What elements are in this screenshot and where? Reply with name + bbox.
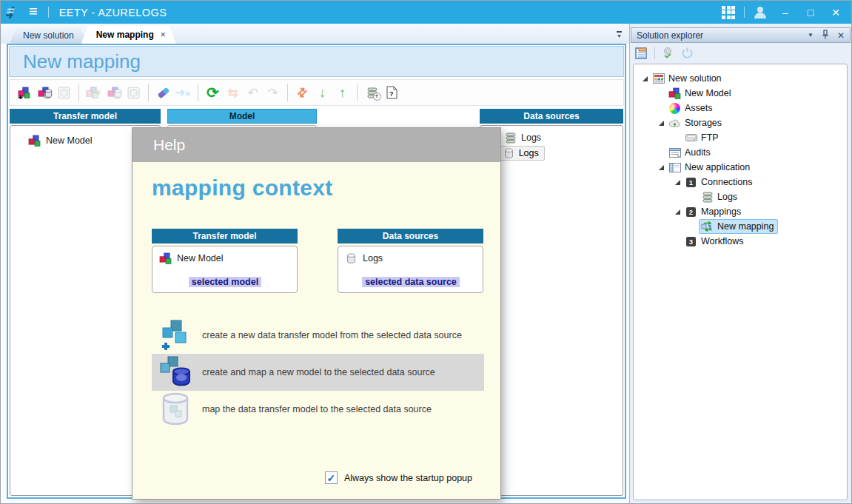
generate-model-with-container-button[interactable] xyxy=(104,83,124,103)
power-icon[interactable] xyxy=(680,45,695,61)
tab-new-solution[interactable]: New solution xyxy=(10,27,87,44)
apps-grid-icon[interactable] xyxy=(716,3,741,22)
tree-item-label: FTP xyxy=(701,132,719,143)
maximize-button[interactable]: □ xyxy=(798,3,823,22)
close-panel-icon[interactable]: ✕ xyxy=(837,30,845,41)
assets-icon xyxy=(668,102,681,114)
user-icon[interactable] xyxy=(748,3,773,22)
close-tab-icon[interactable]: × xyxy=(161,30,166,40)
selected-source-item: Logs xyxy=(345,252,477,264)
tree-item-new-mapping[interactable]: $New mapping xyxy=(634,219,847,234)
item-label: Logs xyxy=(521,132,541,143)
tab-new-mapping[interactable]: New mapping × xyxy=(81,26,176,44)
add-model-with-container-button[interactable] xyxy=(34,83,54,103)
edit-mapping-button[interactable] xyxy=(153,83,173,103)
tree-item-label: New application xyxy=(685,162,750,172)
tree-item-assets[interactable]: Assets xyxy=(634,101,847,115)
app-window: ≡ EETY - AZURELOGS – □ ✕ New solution xyxy=(0,0,852,504)
tree-item-new-solution[interactable]: New solution xyxy=(634,71,847,86)
expander-icon[interactable] xyxy=(640,76,650,81)
move-down-button[interactable]: ↓ xyxy=(312,83,332,103)
tree-item-label: Workflows xyxy=(701,236,743,246)
number-badge-icon: 3 xyxy=(685,235,697,247)
undo-button[interactable]: ↶ xyxy=(243,83,263,103)
tree-item-ftp[interactable]: FTP xyxy=(634,130,847,145)
toolbar-separator xyxy=(148,84,149,101)
minimize-button[interactable]: – xyxy=(773,3,798,22)
tree-item-audits[interactable]: Audits xyxy=(634,145,847,160)
add-data-source-button[interactable]: + xyxy=(362,83,382,103)
generate-container-button[interactable] xyxy=(124,83,144,103)
expander-icon[interactable] xyxy=(672,180,682,185)
help-action-map-transfer-model[interactable]: map the data transfer model to the selec… xyxy=(152,391,484,428)
help-action-create-and-map-model[interactable]: create and map a new model to the select… xyxy=(152,354,484,391)
menu-hamburger-icon[interactable]: ≡ xyxy=(29,3,38,20)
box-header: Transfer model xyxy=(152,229,298,243)
move-up-button[interactable]: ↑ xyxy=(332,83,352,103)
add-container-button[interactable] xyxy=(54,83,74,103)
startup-popup-checkbox[interactable]: ✓ xyxy=(325,471,338,484)
model-cubes-icon xyxy=(28,135,41,147)
model-icon xyxy=(668,87,681,99)
item-label: New Model xyxy=(177,253,224,263)
number-badge-icon: 1 xyxy=(685,176,697,188)
data-sources-box: Data sources Logs selected data source xyxy=(338,229,483,293)
tab-list-dropdown-icon[interactable]: ▼ xyxy=(617,31,622,38)
expander-icon[interactable] xyxy=(672,209,682,215)
tree-item-connections[interactable]: 1Connections xyxy=(634,175,847,189)
remove-mapping-button[interactable]: ➔✕ xyxy=(173,83,193,103)
toolbar-separator xyxy=(357,84,358,101)
expander-icon[interactable] xyxy=(656,165,666,170)
solution-explorer-toolbar xyxy=(630,43,851,63)
application-icon xyxy=(668,161,681,173)
help-action-create-transfer-model[interactable]: create a new data transfer model from th… xyxy=(152,317,484,354)
close-button[interactable]: ✕ xyxy=(823,3,848,22)
collapse-mappings-button[interactable]: ⇄ xyxy=(292,83,312,103)
titlebar-separator xyxy=(744,7,745,18)
expander-icon[interactable] xyxy=(656,121,666,126)
column-headers: Transfer model Model Data sources xyxy=(8,107,625,124)
generate-transfer-model-button[interactable]: ↯ xyxy=(84,83,104,103)
help-popup-body: mapping context Transfer model New Model… xyxy=(133,162,500,499)
data-sources-panel: Logs › Logs xyxy=(480,125,623,496)
db-icon xyxy=(701,191,714,203)
create-transfer-model-icon xyxy=(158,319,193,352)
refresh-button[interactable]: ⟳ xyxy=(203,83,223,103)
data-source-child-item[interactable]: Logs xyxy=(499,146,545,161)
svg-text:$: $ xyxy=(708,224,711,230)
map-transfer-model-icon xyxy=(158,392,193,426)
tree-item-label: Storages xyxy=(685,118,722,128)
selected-model-caption: selected model xyxy=(189,277,261,287)
tree-item-workflows[interactable]: 3Workflows xyxy=(634,234,847,249)
panel-title: Solution explorer xyxy=(637,30,703,41)
solution-explorer-header[interactable]: Solution explorer ▼ ✕ xyxy=(631,27,851,43)
titlebar: ≡ EETY - AZURELOGS – □ ✕ xyxy=(1,1,851,24)
help-popup-titlebar[interactable]: Help xyxy=(133,128,500,162)
app-logo-icon xyxy=(5,4,23,21)
checkbox-label: Always show the startup popup xyxy=(344,473,472,483)
transfer-model-box: Transfer model New Model selected model xyxy=(152,229,298,293)
container-icon xyxy=(503,147,515,159)
pin-icon[interactable] xyxy=(822,30,829,41)
window-position-icon[interactable]: ▼ xyxy=(808,32,814,38)
solution-tree: New solutionNew ModelAssetsStoragesFTPAu… xyxy=(633,64,848,500)
tree-item-logs[interactable]: Logs xyxy=(634,189,847,204)
tree-item-new-application[interactable]: New application xyxy=(634,160,847,175)
create-and-map-model-icon xyxy=(158,355,193,389)
action-label: create and map a new model to the select… xyxy=(202,367,435,377)
tree-item-mappings[interactable]: 2Mappings xyxy=(634,204,847,219)
tree-item-storages[interactable]: Storages xyxy=(634,115,847,130)
mapping-icon: $ xyxy=(701,221,714,232)
swap-direction-button[interactable]: ⇆ xyxy=(223,83,243,103)
add-transfer-model-button[interactable] xyxy=(14,83,34,103)
tree-item-label: New Model xyxy=(685,88,731,98)
locate-item-icon[interactable] xyxy=(660,45,676,61)
tree-item-new-model[interactable]: New Model xyxy=(634,86,847,101)
data-sources-header: Data sources xyxy=(480,109,623,124)
tab-label: New mapping xyxy=(96,30,154,40)
titlebar-separator xyxy=(48,7,49,18)
redo-button[interactable]: ↷ xyxy=(263,83,283,103)
properties-icon[interactable] xyxy=(634,45,649,61)
data-source-root-item[interactable]: Logs xyxy=(480,130,623,144)
mapping-help-button[interactable]: ? xyxy=(382,83,402,103)
